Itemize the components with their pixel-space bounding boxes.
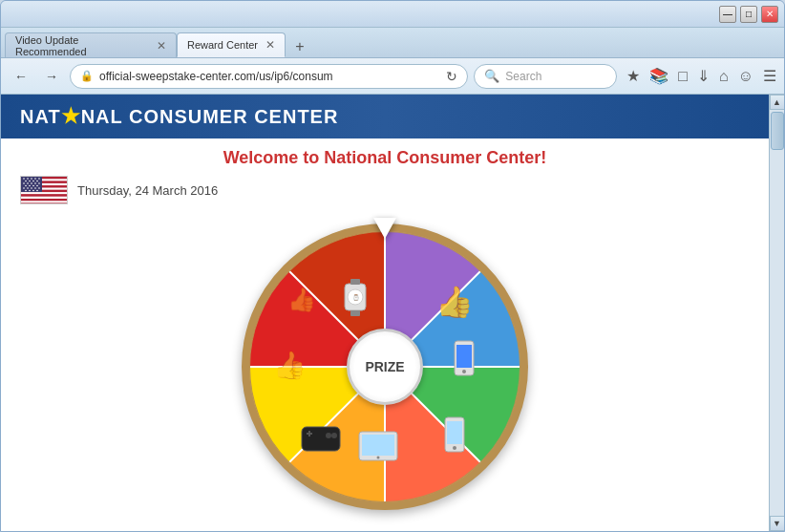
search-icon: 🔍 (484, 69, 499, 83)
svg-point-67 (331, 433, 337, 438)
bookmarks-icon[interactable]: 📚 (649, 67, 668, 85)
emoji-icon[interactable]: ☺ (738, 68, 753, 85)
refresh-button[interactable]: ↻ (446, 69, 457, 84)
svg-point-38 (29, 190, 31, 192)
home-icon[interactable]: ⌂ (719, 68, 729, 85)
svg-point-27 (38, 182, 40, 184)
toolbar-icons: ★ 📚 □ ⇓ ⌂ ☺ ☰ (626, 67, 776, 85)
maximize-button[interactable]: □ (740, 6, 757, 23)
site-header: NAT★NAL CONSUMER CENTER (1, 95, 769, 138)
logo-star: ★ (61, 104, 81, 128)
page-content: NAT★NAL CONSUMER CENTER Welcome to Natio… (1, 95, 769, 529)
tab-label: Video Update Recommended (15, 34, 149, 57)
bookmark-star-icon[interactable]: ★ (626, 67, 640, 85)
svg-point-35 (34, 187, 36, 189)
pocket-icon[interactable]: □ (678, 68, 688, 85)
svg-point-30 (32, 185, 34, 187)
url-bar[interactable]: 🔒 official-sweepstake-center.com/us/ip6/… (70, 64, 468, 89)
svg-rect-57 (456, 345, 472, 368)
svg-point-34 (31, 187, 32, 189)
scrollbar-track: ▲ ▼ (769, 95, 784, 531)
tab-video-update[interactable]: Video Update Recommended ✕ (5, 32, 177, 57)
new-tab-button[interactable]: + (287, 36, 312, 57)
svg-point-31 (36, 185, 38, 187)
scrollbar-up-button[interactable]: ▲ (770, 95, 785, 110)
svg-point-25 (31, 182, 32, 184)
search-bar[interactable]: 🔍 Search (474, 64, 617, 89)
svg-rect-7 (21, 192, 68, 194)
svg-point-21 (32, 181, 34, 182)
svg-text:👍: 👍 (435, 284, 474, 320)
date-row: Thursday, 24 March 2016 (20, 176, 750, 204)
svg-rect-51 (350, 279, 360, 285)
menu-icon[interactable]: ☰ (763, 67, 776, 85)
svg-rect-12 (21, 203, 68, 204)
svg-point-24 (27, 182, 29, 184)
svg-point-37 (25, 190, 27, 192)
tab-close-icon[interactable]: ✕ (265, 38, 275, 52)
logo-nal: NAL (81, 106, 123, 127)
site-logo: NAT★NAL CONSUMER CENTER (20, 104, 338, 129)
date-display: Thursday, 24 March 2016 (77, 183, 218, 198)
wheel-container[interactable]: ⌚ 👍 (20, 214, 750, 520)
prize-wheel[interactable]: ⌚ 👍 (242, 223, 528, 510)
svg-point-26 (34, 182, 36, 184)
svg-point-28 (25, 185, 27, 187)
svg-point-14 (23, 178, 25, 180)
address-bar: ← → 🔒 official-sweepstake-center.com/us/… (1, 58, 784, 95)
forward-button[interactable]: → (39, 64, 64, 89)
back-button[interactable]: ← (9, 64, 33, 89)
svg-rect-69 (308, 431, 310, 436)
svg-point-32 (23, 187, 25, 189)
svg-point-40 (36, 190, 38, 192)
wheel-pointer (373, 218, 396, 239)
us-flag-icon (20, 176, 68, 204)
tab-reward-center[interactable]: Reward Center ✕ (177, 32, 286, 57)
svg-rect-52 (350, 310, 360, 316)
logo-rest: CONSUMER CENTER (122, 106, 338, 127)
scrollbar-down-button[interactable]: ▼ (770, 516, 785, 531)
svg-point-61 (453, 446, 456, 450)
svg-point-23 (23, 182, 25, 184)
svg-point-33 (27, 187, 29, 189)
search-placeholder: Search (505, 70, 541, 83)
scrollbar-thumb[interactable] (771, 112, 784, 150)
tab-bar: Video Update Recommended ✕ Reward Center… (1, 28, 784, 58)
page-body: Welcome to National Consumer Center! (1, 138, 769, 529)
svg-text:👍: 👍 (287, 286, 316, 313)
browser-content-wrapper: NAT★NAL CONSUMER CENTER Welcome to Natio… (1, 95, 784, 531)
svg-rect-10 (21, 199, 68, 201)
window-controls: — □ ✕ (719, 6, 778, 23)
prize-center[interactable]: PRIZE (347, 329, 423, 405)
download-icon[interactable]: ⇓ (697, 67, 710, 85)
svg-rect-65 (302, 427, 340, 451)
svg-point-64 (377, 457, 380, 459)
svg-rect-8 (21, 194, 68, 196)
url-text: official-sweepstake-center.com/us/ip6/co… (99, 70, 440, 83)
svg-text:👍: 👍 (273, 350, 307, 381)
tab-close-icon[interactable]: ✕ (157, 39, 166, 53)
close-button[interactable]: ✕ (761, 6, 778, 23)
svg-point-15 (27, 178, 29, 180)
svg-rect-11 (21, 201, 68, 202)
tab-label: Reward Center (187, 39, 258, 51)
svg-rect-63 (362, 435, 394, 456)
svg-rect-60 (447, 421, 462, 444)
svg-point-22 (36, 181, 38, 182)
svg-point-29 (29, 185, 31, 187)
browser-window: — □ ✕ Video Update Recommended ✕ Reward … (0, 0, 785, 532)
svg-point-17 (34, 178, 36, 180)
minimize-button[interactable]: — (719, 6, 736, 23)
svg-point-58 (462, 370, 466, 373)
svg-text:⌚: ⌚ (352, 294, 360, 302)
svg-rect-9 (21, 197, 68, 199)
svg-point-16 (31, 178, 32, 180)
title-bar: — □ ✕ (1, 1, 784, 28)
lock-icon: 🔒 (80, 70, 94, 82)
svg-point-19 (25, 181, 27, 182)
logo-nat: NAT (20, 106, 61, 127)
welcome-heading: Welcome to National Consumer Center! (20, 148, 750, 168)
svg-point-39 (32, 190, 34, 192)
svg-point-20 (29, 181, 31, 182)
svg-point-36 (38, 187, 40, 189)
